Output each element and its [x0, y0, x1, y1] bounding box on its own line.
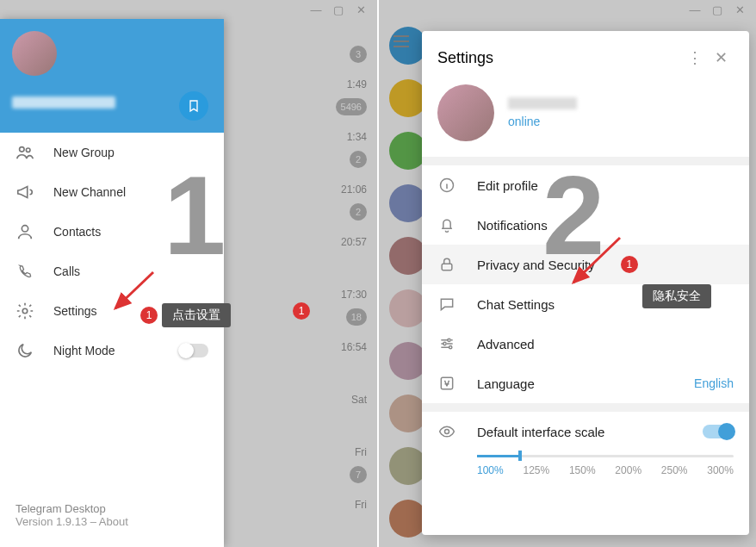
saved-messages-button[interactable]	[179, 91, 208, 121]
bell-icon	[437, 215, 456, 234]
more-button[interactable]: ⋮	[682, 45, 708, 71]
chat-icon	[437, 295, 456, 314]
tooltip-privacy: 隐私安全	[642, 284, 711, 308]
eye-icon	[437, 422, 456, 441]
scale-toggle[interactable]	[703, 425, 734, 438]
svg-point-3	[22, 308, 28, 314]
scale-opt[interactable]: 125%	[523, 464, 549, 476]
svg-point-1	[26, 148, 30, 152]
scale-labels: 100% 125% 150% 200% 250% 300%	[477, 464, 734, 476]
scale-opt[interactable]: 250%	[661, 464, 688, 476]
menu-label: Calls	[53, 264, 80, 278]
close-button[interactable]: ✕	[351, 3, 370, 16]
group-icon	[15, 143, 34, 162]
avatar	[437, 84, 494, 141]
menu-calls[interactable]: Calls	[0, 252, 224, 291]
lock-icon	[437, 255, 456, 274]
menu-new-channel[interactable]: New Channel	[0, 172, 224, 212]
svg-point-7	[443, 342, 446, 345]
menu-contacts[interactable]: Contacts	[0, 212, 224, 252]
settings-advanced[interactable]: Advanced	[422, 324, 749, 364]
svg-rect-5	[442, 264, 452, 270]
callout-step1-dot: 1	[140, 307, 158, 324]
minimize-button[interactable]: —	[685, 3, 704, 16]
minimize-button[interactable]: —	[307, 3, 325, 16]
settings-panel: Settings ⋮ ✕ online Edit profile Notific…	[422, 31, 749, 535]
callout-badge: 1	[621, 256, 638, 273]
separator	[422, 157, 749, 165]
settings-language[interactable]: Language English	[422, 364, 749, 403]
account-name	[12, 96, 115, 109]
svg-point-2	[22, 226, 28, 232]
item-label: Edit profile	[477, 178, 538, 193]
item-label: Notifications	[477, 218, 548, 233]
menu-new-group[interactable]: New Group	[0, 133, 224, 172]
info-icon	[437, 176, 456, 195]
main-menu-drawer: New Group New Channel Contacts Calls Set…	[0, 19, 224, 547]
scale-opt[interactable]: 200%	[615, 464, 641, 476]
scale-slider[interactable]	[477, 455, 734, 457]
close-button[interactable]: ✕	[730, 3, 749, 16]
menu-night-mode[interactable]: Night Mode	[0, 331, 224, 370]
settings-title: Settings	[437, 49, 682, 67]
svg-rect-9	[441, 377, 452, 388]
app-name: Telegram Desktop	[15, 502, 208, 515]
phone-icon	[15, 262, 34, 281]
maximize-button[interactable]: ▢	[708, 3, 727, 16]
item-label: Advanced	[477, 337, 535, 351]
scale-opt[interactable]: 100%	[477, 464, 504, 476]
drawer-header	[0, 19, 224, 133]
menu-label: Settings	[53, 304, 97, 318]
item-label: Language	[477, 376, 535, 391]
menu-label: New Group	[53, 146, 115, 159]
settings-scale[interactable]: Default interface scale	[422, 412, 749, 451]
svg-point-6	[448, 339, 450, 341]
menu-label: Contacts	[53, 225, 101, 239]
scale-slider-row: 100% 125% 150% 200% 250% 300%	[422, 451, 749, 488]
svg-point-10	[445, 430, 449, 434]
scale-opt[interactable]: 150%	[569, 464, 596, 476]
menu-label: New Channel	[53, 185, 126, 199]
item-label: Chat Settings	[477, 297, 555, 312]
window-controls: — ▢ ✕	[685, 0, 749, 19]
language-value: English	[694, 376, 734, 390]
svg-point-8	[449, 346, 452, 349]
close-panel-button[interactable]: ✕	[708, 45, 734, 71]
item-label: Default interface scale	[477, 425, 604, 439]
language-icon	[437, 374, 456, 393]
profile-status: online	[508, 115, 577, 128]
separator	[422, 403, 749, 412]
callout-badge: 1	[293, 302, 310, 320]
moon-icon	[15, 341, 34, 360]
megaphone-icon	[15, 183, 34, 202]
item-label: Privacy and Security	[477, 258, 595, 272]
gear-icon	[15, 301, 34, 320]
settings-privacy[interactable]: Privacy and Security 1	[422, 245, 749, 284]
maximize-button[interactable]: ▢	[329, 3, 348, 16]
avatar[interactable]	[12, 31, 57, 76]
scale-opt[interactable]: 300%	[707, 464, 734, 476]
drawer-footer: Telegram Desktop Version 1.9.13 – About	[0, 490, 224, 547]
profile-name	[508, 97, 577, 109]
tooltip-settings: 点击设置	[162, 303, 231, 327]
night-mode-toggle[interactable]	[179, 344, 208, 357]
app-version[interactable]: Version 1.9.13 – About	[15, 515, 208, 528]
menu-label: Night Mode	[53, 344, 115, 357]
sliders-icon	[437, 334, 456, 353]
settings-notifications[interactable]: Notifications	[422, 205, 749, 245]
svg-point-0	[20, 147, 24, 152]
person-icon	[15, 222, 34, 241]
profile-row[interactable]: online	[422, 76, 749, 157]
window-controls: — ▢ ✕	[307, 0, 370, 19]
settings-edit-profile[interactable]: Edit profile	[422, 165, 749, 205]
